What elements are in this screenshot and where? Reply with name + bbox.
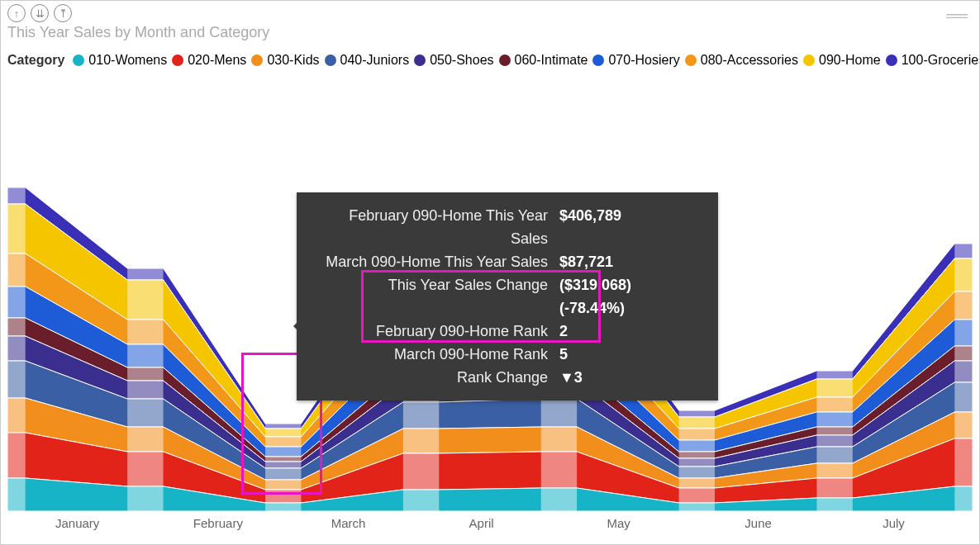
tooltip: February 090-Home This Year Sales$406,78… xyxy=(297,192,718,400)
tooltip-label: March 090-Home This Year Sales xyxy=(315,250,548,273)
legend-swatch xyxy=(803,54,815,66)
x-tick-label: January xyxy=(7,516,145,536)
legend-item-020-Mens[interactable]: 020-Mens xyxy=(172,53,246,68)
legend-item-070-Hosiery[interactable]: 070-Hosiery xyxy=(592,53,679,68)
month-gap xyxy=(954,98,973,511)
legend-swatch xyxy=(251,54,263,66)
legend-item-050-Shoes[interactable]: 050-Shoes xyxy=(414,53,493,68)
legend-text: 080-Accessories xyxy=(701,53,798,68)
legend-item-060-Intimate[interactable]: 060-Intimate xyxy=(499,53,588,68)
legend-text: 030-Kids xyxy=(267,53,319,68)
legend-text: 100-Groceries xyxy=(902,53,979,68)
tooltip-value: 5 xyxy=(559,343,700,366)
legend-text: 060-Intimate xyxy=(515,53,588,68)
expand-button[interactable]: ⤒ xyxy=(54,4,72,22)
legend-item-080-Accessories[interactable]: 080-Accessories xyxy=(685,53,798,68)
drill-up-button[interactable]: ↑ xyxy=(7,4,26,22)
legend-text: 010-Womens xyxy=(88,53,167,68)
tooltip-label: February 090-Home Rank xyxy=(315,320,548,343)
month-gap xyxy=(816,98,852,511)
x-tick-label: July xyxy=(835,516,973,536)
legend-swatch xyxy=(499,54,511,66)
legend-swatch xyxy=(73,54,84,66)
legend-item-090-Home[interactable]: 090-Home xyxy=(803,53,881,68)
tooltip-label: Rank Change xyxy=(315,366,548,389)
legend-swatch xyxy=(414,54,426,66)
tooltip-label: This Year Sales Change xyxy=(315,273,548,320)
legend-text: 040-Juniors xyxy=(340,53,410,68)
x-tick-label: June xyxy=(697,516,835,536)
legend-item-010-Womens[interactable]: 010-Womens xyxy=(73,53,167,68)
chart-title: This Year Sales by Month and Category xyxy=(1,22,979,48)
month-gap xyxy=(7,98,26,511)
legend-item-100-Groceries[interactable]: 100-Groceries xyxy=(886,53,979,68)
legend-label: Category xyxy=(7,53,64,68)
x-tick-label: February xyxy=(145,516,283,536)
legend: Category 010-Womens020-Mens030-Kids040-J… xyxy=(1,48,979,73)
legend-text: 050-Shoes xyxy=(430,53,493,68)
x-tick-label: April xyxy=(421,516,559,536)
tooltip-label: February 090-Home This Year Sales xyxy=(315,204,548,250)
tooltip-value: $406,789 xyxy=(559,204,700,250)
legend-swatch xyxy=(685,54,697,66)
tooltip-value: $87,721 xyxy=(559,250,700,273)
x-tick-label: May xyxy=(559,516,697,536)
x-tick-label: March xyxy=(283,516,421,536)
legend-text: 090-Home xyxy=(819,53,881,68)
legend-item-040-Juniors[interactable]: 040-Juniors xyxy=(325,53,410,68)
tooltip-label: March 090-Home Rank xyxy=(315,343,548,366)
legend-text: 070-Hosiery xyxy=(608,53,679,68)
drag-handle-icon[interactable]: ══ xyxy=(946,7,968,25)
legend-swatch xyxy=(172,54,183,66)
legend-text: 020-Mens xyxy=(188,53,246,68)
month-gap xyxy=(127,98,163,511)
legend-item-030-Kids[interactable]: 030-Kids xyxy=(251,53,319,68)
legend-swatch xyxy=(886,54,897,66)
month-gap xyxy=(265,98,301,511)
legend-swatch xyxy=(592,54,604,66)
drill-down-button[interactable]: ⇊ xyxy=(31,4,49,22)
tooltip-value: 2 xyxy=(559,320,700,343)
x-axis: JanuaryFebruaryMarchAprilMayJuneJuly xyxy=(7,516,973,536)
tooltip-value: ($319,068) (-78.44%) xyxy=(559,273,700,320)
legend-swatch xyxy=(325,54,336,66)
tooltip-value: ▼3 xyxy=(559,366,700,389)
